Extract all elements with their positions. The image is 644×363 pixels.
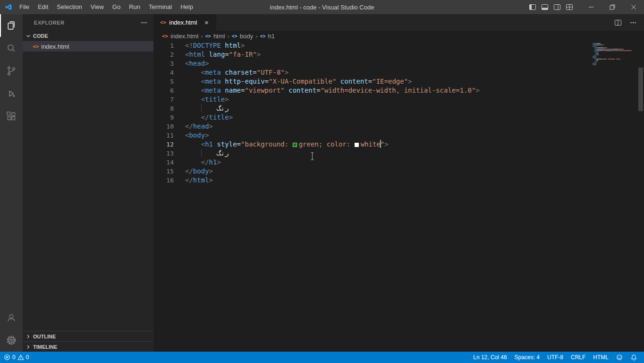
code-line[interactable]: 16</html> bbox=[153, 176, 644, 185]
minimap[interactable] bbox=[593, 41, 637, 352]
code-token: </ bbox=[201, 158, 209, 166]
code-line[interactable]: 12 <h1 style="background: green; color: … bbox=[153, 140, 644, 149]
file-item-index-html[interactable]: <> index.html bbox=[23, 41, 153, 52]
symbol-tag-icon: <> bbox=[260, 34, 265, 39]
indentation-button[interactable]: Spaces: 4 bbox=[511, 352, 543, 363]
code-line[interactable]: 13 رنگ bbox=[153, 149, 644, 158]
breadcrumb-h1[interactable]: <> h1 bbox=[259, 33, 276, 40]
breadcrumb-html[interactable]: <> html bbox=[204, 33, 226, 40]
toggle-panel-button[interactable] bbox=[539, 0, 551, 14]
menu-go[interactable]: Go bbox=[108, 0, 125, 14]
minimap-segment bbox=[595, 56, 596, 57]
menu-terminal[interactable]: Terminal bbox=[144, 0, 176, 14]
toggle-secondary-sidebar-button[interactable] bbox=[551, 0, 563, 14]
code-token: style bbox=[217, 140, 237, 148]
menu-help[interactable]: Help bbox=[176, 0, 197, 14]
activity-source-control[interactable] bbox=[0, 60, 23, 82]
language-mode-button[interactable]: HTML bbox=[589, 352, 612, 363]
code-token: meta bbox=[205, 86, 221, 94]
code-editor[interactable]: 1<!DOCTYPE html>2<html lang="fa-IR">3<he… bbox=[153, 41, 644, 352]
breadcrumb-label: body bbox=[240, 33, 253, 40]
code-line[interactable]: 9 </title> bbox=[153, 113, 644, 122]
line-number: 15 bbox=[153, 167, 174, 176]
code-line[interactable]: 11<body> bbox=[153, 131, 644, 140]
code-line[interactable]: 15</body> bbox=[153, 167, 644, 176]
minimap-segment bbox=[603, 47, 606, 48]
code-line[interactable]: 4 <meta charset="UTF-8"> bbox=[153, 68, 644, 77]
activity-run-debug[interactable] bbox=[0, 82, 23, 105]
scrollbar-thumb[interactable] bbox=[638, 68, 643, 111]
problems-button[interactable]: 0 0 bbox=[0, 352, 33, 363]
menu-view[interactable]: View bbox=[86, 0, 108, 14]
code-token: > bbox=[209, 167, 213, 175]
code-line[interactable]: 1<!DOCTYPE html> bbox=[153, 41, 644, 50]
code-token bbox=[185, 158, 201, 166]
code-line[interactable]: 2<html lang="fa-IR"> bbox=[153, 50, 644, 59]
code-line[interactable]: 3<head> bbox=[153, 59, 644, 68]
activity-extensions[interactable] bbox=[0, 105, 23, 128]
restore-button[interactable] bbox=[602, 0, 623, 14]
code-line[interactable]: 6 <meta name="viewport" content="width=d… bbox=[153, 86, 644, 95]
line-number: 16 bbox=[153, 176, 174, 185]
minimize-button[interactable] bbox=[580, 0, 602, 14]
minimap-line bbox=[593, 53, 637, 54]
menu-selection[interactable]: Selection bbox=[52, 0, 86, 14]
minimap-segment bbox=[604, 49, 613, 50]
activity-accounts[interactable] bbox=[0, 306, 23, 329]
code-line[interactable]: 14 </h1> bbox=[153, 158, 644, 167]
toggle-sidebar-button[interactable] bbox=[526, 0, 539, 14]
outline-section-header[interactable]: OUTLINE bbox=[23, 331, 153, 341]
code-line[interactable]: 7 <title> bbox=[153, 95, 644, 104]
editor-more-actions-button[interactable] bbox=[627, 17, 639, 29]
minimap-segment bbox=[595, 63, 596, 64]
encoding-button[interactable]: UTF-8 bbox=[543, 352, 567, 363]
folder-section-header[interactable]: CODE bbox=[23, 31, 153, 41]
breadcrumb: <> index.html › <> html › <> body › <> h… bbox=[153, 31, 644, 41]
activity-settings[interactable] bbox=[0, 329, 23, 352]
code-token: "UTF-8" bbox=[257, 69, 285, 76]
code-line[interactable]: 5 <meta http-equiv="X-UA-Compatible" con… bbox=[153, 77, 644, 86]
menu-bar: File Edit Selection View Go Run Terminal… bbox=[15, 0, 197, 14]
code-token: > bbox=[205, 131, 209, 139]
timeline-section-header[interactable]: TIMELINE bbox=[23, 341, 153, 352]
code-token: </ bbox=[185, 176, 193, 184]
eol-button[interactable]: CRLF bbox=[567, 352, 589, 363]
notifications-button[interactable] bbox=[627, 352, 641, 363]
tab-index-html[interactable]: <> index.html × bbox=[153, 14, 216, 31]
breadcrumb-index-html[interactable]: <> index.html bbox=[161, 33, 200, 40]
code-token: <! bbox=[185, 42, 193, 49]
customize-layout-button[interactable] bbox=[563, 0, 576, 14]
tab-close-button[interactable]: × bbox=[202, 18, 212, 27]
menu-run[interactable]: Run bbox=[125, 0, 144, 14]
code-token: head bbox=[193, 122, 209, 130]
explorer-more-actions-button[interactable] bbox=[140, 19, 148, 26]
line-content: </title> bbox=[174, 113, 233, 122]
activity-search[interactable] bbox=[0, 37, 23, 60]
code-token bbox=[201, 149, 217, 157]
breadcrumb-body[interactable]: <> body bbox=[231, 33, 254, 40]
vertical-scrollbar[interactable] bbox=[637, 41, 644, 352]
feedback-button[interactable] bbox=[612, 352, 627, 363]
activity-explorer[interactable] bbox=[0, 14, 23, 37]
code-token: meta bbox=[205, 69, 221, 76]
line-content: <!DOCTYPE html> bbox=[174, 41, 245, 50]
menu-edit[interactable]: Edit bbox=[34, 0, 52, 14]
code-token bbox=[185, 113, 201, 121]
code-line[interactable]: 10</head> bbox=[153, 122, 644, 131]
explorer-title: EXPLORER bbox=[34, 20, 65, 26]
menu-file[interactable]: File bbox=[15, 0, 34, 14]
code-token: < bbox=[201, 86, 205, 94]
code-token bbox=[205, 51, 209, 58]
cursor-position-button[interactable]: Ln 12, Col 46 bbox=[469, 352, 510, 363]
breadcrumb-label: index.html bbox=[170, 33, 198, 40]
code-token bbox=[285, 86, 288, 94]
code-line[interactable]: 8 رنگ bbox=[153, 104, 644, 113]
close-button[interactable] bbox=[623, 0, 644, 14]
split-editor-button[interactable] bbox=[612, 17, 624, 29]
html-file-icon: <> bbox=[160, 20, 166, 25]
timeline-section-label: TIMELINE bbox=[33, 344, 57, 350]
outline-section-label: OUTLINE bbox=[33, 334, 56, 339]
minimap-segment bbox=[601, 59, 608, 60]
line-number: 10 bbox=[153, 122, 174, 131]
code-token: > bbox=[229, 113, 233, 121]
